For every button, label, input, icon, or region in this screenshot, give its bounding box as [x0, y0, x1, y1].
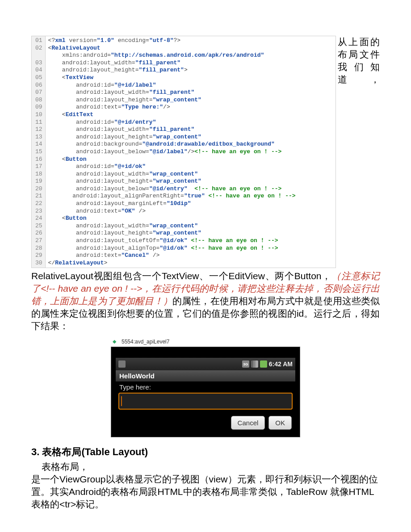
emulator-window-title: 5554:avd_apiLevel7: [111, 337, 300, 347]
status-bar: 3G 6:42 AM: [116, 358, 295, 370]
code-gutter: 0102 03040506070809101112131415161718192…: [32, 36, 46, 268]
ok-button[interactable]: OK: [268, 416, 292, 430]
entry-edittext[interactable]: [118, 393, 293, 410]
signal-bars-icon: [251, 360, 258, 368]
section-body-text: 是一个ViewGroup以表格显示它的子视图（view）元素，即行和列标识一个视…: [31, 474, 378, 509]
clock-text: 6:42 AM: [269, 360, 293, 368]
emulator-figure: 5554:avd_apiLevel7 3G 6:42 AM HelloWorld…: [111, 337, 300, 437]
type-here-label: Type here:: [116, 381, 295, 392]
section-body: 表格布局， 是一个ViewGroup以表格显示它的子视图（view）元素，即行和…: [31, 461, 380, 511]
network-3g-icon: 3G: [242, 360, 249, 368]
paragraph-1: 0102 03040506070809101112131415161718192…: [31, 36, 380, 332]
cancel-button[interactable]: Cancel: [231, 416, 265, 430]
app-title-bar: HelloWorld: [116, 370, 295, 381]
battery-icon: [260, 360, 267, 368]
text-caret: [121, 396, 122, 406]
code-block: 0102 03040506070809101112131415161718192…: [31, 36, 336, 268]
code-body: <?xml version="1.0" encoding="utf-8"?><R…: [46, 36, 336, 268]
section-indent: 表格布局，: [31, 461, 88, 472]
sdcard-icon: [118, 360, 126, 368]
emulator-frame: 3G 6:42 AM HelloWorld Type here: Cancel …: [111, 347, 300, 437]
section-heading: 3. 表格布局(Table Layout): [31, 445, 380, 459]
